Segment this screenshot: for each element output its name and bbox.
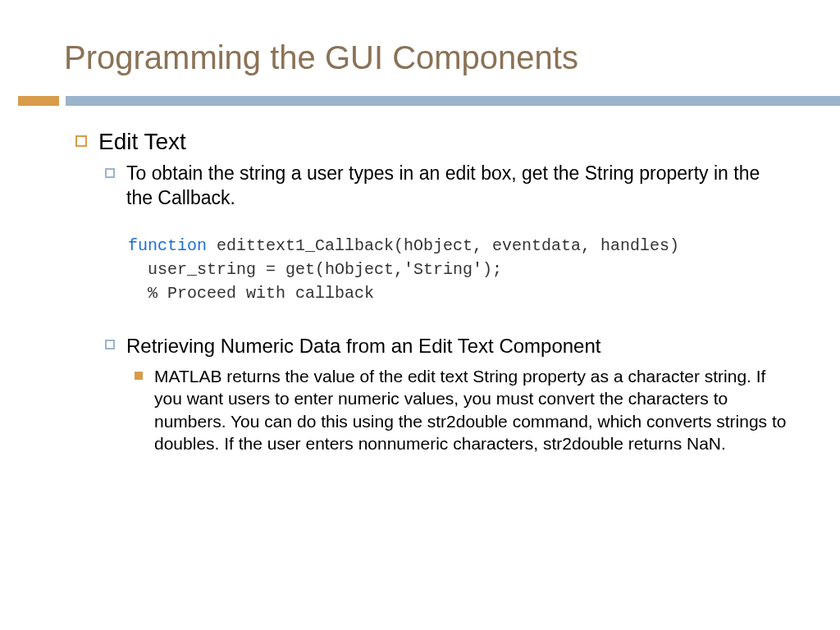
square-bullet-icon: [75, 135, 87, 147]
section-heading: Edit Text: [98, 129, 186, 155]
title-divider: [0, 96, 840, 106]
bullet-level3: MATLAB returns the value of the edit tex…: [135, 365, 791, 454]
code-line: function edittext1_Callback(hObject, eve…: [128, 234, 791, 258]
square-bullet-icon: [135, 372, 143, 380]
code-line: user_string = get(hObject,'String');: [128, 258, 791, 281]
intro-text: To obtain the string a user types in an …: [126, 162, 791, 211]
code-text: edittext1_Callback(hObject, eventdata, h…: [207, 236, 679, 255]
code-keyword: function: [128, 236, 207, 255]
bullet-level2: Retrieving Numeric Data from an Edit Tex…: [105, 333, 791, 358]
subsection-heading: Retrieving Numeric Data from an Edit Tex…: [126, 333, 600, 358]
bullet-level1: Edit Text: [75, 129, 791, 155]
subsection-body: MATLAB returns the value of the edit tex…: [154, 365, 791, 454]
code-block: function edittext1_Callback(hObject, eve…: [128, 234, 791, 305]
square-bullet-icon: [105, 340, 115, 349]
slide-title: Programming the GUI Components: [0, 0, 840, 76]
slide-body: Edit Text To obtain the string a user ty…: [0, 106, 840, 454]
divider-accent-blue: [66, 96, 840, 106]
divider-accent-orange: [18, 96, 59, 106]
bullet-level2: To obtain the string a user types in an …: [105, 162, 791, 211]
code-line: % Proceed with callback: [128, 281, 791, 305]
square-bullet-icon: [105, 168, 115, 178]
